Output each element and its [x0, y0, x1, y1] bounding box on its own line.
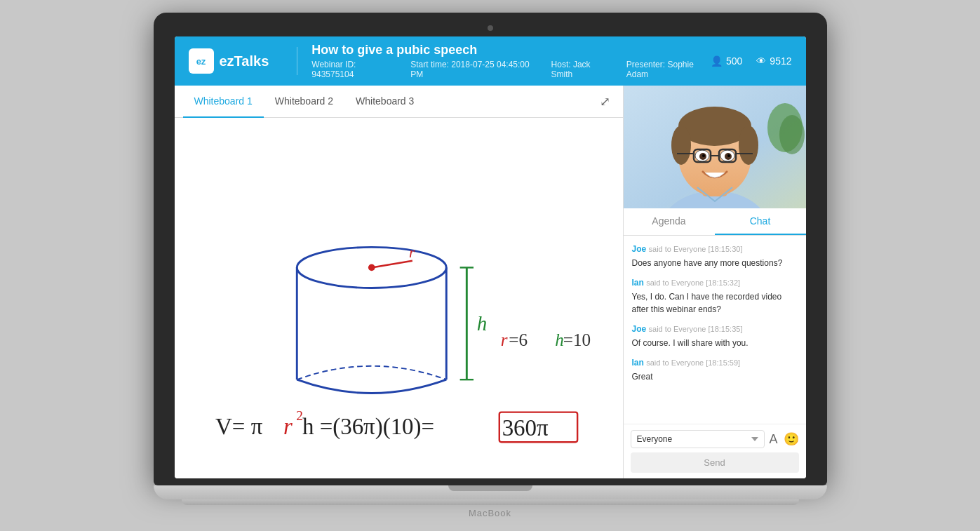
chat-text-2: Of course. I will share with you.	[632, 337, 798, 349]
svg-line-3	[371, 261, 412, 268]
chat-text-1: Yes, I do. Can I have the recorded video…	[632, 290, 798, 316]
logo-text: ezTalks	[220, 53, 269, 69]
attendees-count: 500	[726, 55, 742, 67]
chat-message-3: Ian said to Everyone [18:15:59] Great	[632, 356, 798, 383]
presenter-avatar-svg	[624, 86, 806, 208]
start-time-label: Start time: 2018-07-25 04:45:00 PM	[410, 60, 534, 79]
svg-point-25	[671, 126, 691, 165]
svg-text:r: r	[500, 330, 507, 349]
expand-icon[interactable]: ⤢	[596, 90, 615, 114]
chat-message-0: Joe said to Everyone [18:15:30] Does any…	[632, 243, 798, 269]
chat-meta-3: said to Everyone [18:15:59]	[646, 358, 740, 367]
attendees-stat: 👤 500	[711, 55, 742, 67]
tab-agenda[interactable]: Agenda	[624, 208, 715, 235]
whiteboard-canvas: r h r =6 h =10	[175, 118, 623, 478]
tabs-bar: Whiteboard 1 Whiteboard 2 Whiteboard 3 ⤢	[175, 86, 623, 118]
laptop-notch	[448, 485, 532, 491]
svg-text:360π: 360π	[502, 415, 548, 441]
presenter-video	[624, 86, 806, 208]
svg-text:=10: =10	[563, 330, 590, 349]
svg-point-4	[368, 264, 375, 271]
font-icon[interactable]: A	[769, 432, 777, 447]
whiteboard-area: Whiteboard 1 Whiteboard 2 Whiteboard 3 ⤢	[175, 86, 624, 478]
chat-meta-2: said to Everyone [18:15:35]	[649, 325, 743, 333]
chat-to-select[interactable]: Everyone	[631, 430, 765, 448]
svg-point-31	[702, 154, 705, 157]
right-panel: Agenda Chat Joe said to Everyone [18:15:…	[624, 86, 806, 478]
presenter-label: Presenter: Sophie Adam	[626, 60, 711, 79]
main-layout: Whiteboard 1 Whiteboard 2 Whiteboard 3 ⤢	[175, 86, 806, 478]
logo-box: ez	[189, 48, 214, 74]
host-label: Host: Jack Smith	[551, 60, 610, 79]
tab-whiteboard-2[interactable]: Whiteboard 2	[264, 86, 344, 119]
chat-message-1: Ian said to Everyone [18:15:32] Yes, I d…	[632, 276, 798, 316]
svg-text:V= π: V= π	[215, 414, 263, 439]
svg-text:r: r	[409, 244, 415, 261]
chat-sender-3: Ian	[632, 358, 644, 368]
svg-text:r: r	[283, 414, 292, 439]
panel-tabs: Agenda Chat	[624, 208, 806, 236]
eye-icon: 👁	[756, 55, 766, 67]
header-stats: 👤 500 👁 9512	[711, 55, 792, 67]
chat-icons: A 🙂	[769, 431, 798, 447]
chat-sender-1: Ian	[632, 278, 644, 288]
svg-point-32	[727, 154, 730, 157]
viewers-stat: 👁 9512	[756, 55, 791, 67]
chat-sender-0: Joe	[632, 244, 647, 254]
tab-whiteboard-3[interactable]: Whiteboard 3	[344, 86, 425, 119]
laptop-foot	[182, 499, 799, 505]
svg-text:=6: =6	[509, 330, 528, 349]
tab-chat[interactable]: Chat	[715, 208, 806, 235]
app-header: ez ezTalks How to give a pubic speech We…	[175, 36, 806, 86]
laptop-container: ez ezTalks How to give a pubic speech We…	[154, 13, 827, 518]
people-icon: 👤	[711, 55, 723, 67]
emoji-icon[interactable]: 🙂	[784, 431, 799, 447]
screen-bezel: ez ezTalks How to give a pubic speech We…	[154, 13, 827, 485]
chat-meta-0: said to Everyone [18:15:30]	[649, 245, 743, 253]
screen: ez ezTalks How to give a pubic speech We…	[175, 36, 806, 478]
laptop-base	[154, 485, 827, 499]
webinar-id-label: Webinar ID: 943575104	[311, 60, 394, 79]
svg-text:h =(36π)(10)=: h =(36π)(10)=	[302, 414, 434, 440]
chat-input-area: Everyone A 🙂 Send	[624, 424, 806, 478]
macbook-label: MacBook	[154, 508, 827, 518]
whiteboard-drawing: r h r =6 h =10	[175, 118, 623, 478]
header-info: How to give a pubic speech Webinar ID: 9…	[311, 43, 711, 79]
chat-messages: Joe said to Everyone [18:15:30] Does any…	[624, 236, 806, 424]
chat-message-2: Joe said to Everyone [18:15:35] Of cours…	[632, 323, 798, 349]
chat-text-0: Does anyone have any more questions?	[632, 257, 798, 269]
send-button[interactable]: Send	[631, 452, 799, 473]
webinar-title: How to give a pubic speech	[311, 43, 711, 58]
svg-point-39	[779, 115, 805, 154]
svg-text:h: h	[476, 312, 487, 335]
svg-point-26	[739, 126, 758, 165]
chat-meta-1: said to Everyone [18:15:32]	[646, 278, 740, 287]
header-divider	[297, 47, 297, 75]
camera-dot	[488, 25, 493, 31]
chat-to-row: Everyone A 🙂	[631, 430, 799, 448]
header-meta: Webinar ID: 943575104 Start time: 2018-0…	[311, 60, 711, 79]
viewers-count: 9512	[770, 55, 791, 67]
chat-text-3: Great	[632, 370, 798, 383]
chat-sender-2: Joe	[632, 324, 647, 334]
tab-whiteboard-1[interactable]: Whiteboard 1	[183, 86, 264, 119]
logo-area: ez ezTalks	[189, 48, 269, 74]
